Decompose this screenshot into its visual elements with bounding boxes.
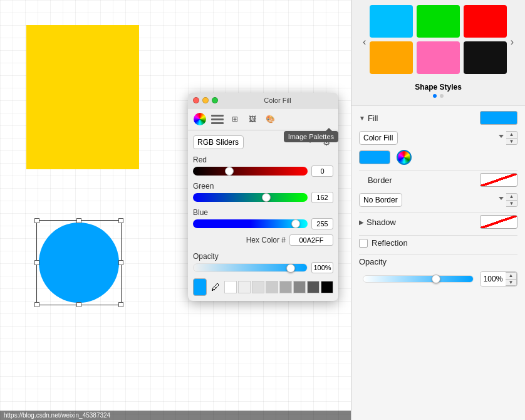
yellow-rectangle[interactable] <box>26 25 139 169</box>
dot-1[interactable] <box>433 94 437 98</box>
handle-ml[interactable] <box>34 260 39 265</box>
blue-input[interactable] <box>311 218 333 229</box>
stepper-up-border[interactable]: ▲ <box>506 194 517 201</box>
stepper-down-border[interactable]: ▼ <box>506 201 517 207</box>
eyedropper-button[interactable]: 🖊 <box>211 281 221 293</box>
opacity-row <box>193 262 333 273</box>
opacity-track[interactable] <box>193 263 308 272</box>
opacity-down[interactable]: ▼ <box>506 280 516 286</box>
shape-styles-title: Shape Styles <box>359 83 517 92</box>
image-icon[interactable]: 🖼 <box>246 112 259 126</box>
reflection-checkbox[interactable] <box>359 239 368 248</box>
color-picker-button[interactable] <box>397 150 412 165</box>
opacity-input[interactable] <box>311 262 333 273</box>
swatch-green[interactable] <box>417 5 460 38</box>
panel-titlebar: Color Fill <box>188 93 338 108</box>
hex-input[interactable] <box>289 234 333 246</box>
color-fill-preview[interactable] <box>359 150 390 164</box>
palette-swatch[interactable] <box>279 281 292 293</box>
shadow-label: Shadow <box>366 218 480 227</box>
border-type-dropdown-wrapper[interactable]: No Border <box>359 193 506 207</box>
close-button[interactable] <box>193 97 199 103</box>
color-fill-panel: Color Fill ⊞ 🖼 🎨 Image Palettes <box>188 93 338 301</box>
red-slider-thumb[interactable] <box>225 167 234 176</box>
pagination-dots <box>359 94 517 98</box>
opacity-up[interactable]: ▲ <box>506 273 516 280</box>
stepper-up[interactable]: ▲ <box>506 132 517 139</box>
handle-bl[interactable] <box>34 302 39 307</box>
fill-type-dropdown[interactable]: Color Fill <box>359 131 398 145</box>
minimize-button[interactable] <box>202 97 209 103</box>
red-slider-track[interactable] <box>193 167 308 176</box>
opacity-thumb[interactable] <box>286 264 295 273</box>
swatch-black[interactable] <box>464 41 507 74</box>
sliders-icon[interactable] <box>211 112 224 126</box>
shadow-color-button[interactable] <box>480 215 517 229</box>
fill-triangle[interactable]: ▼ <box>359 115 365 122</box>
border-color-button[interactable] <box>480 173 517 187</box>
dot-2[interactable] <box>440 94 444 98</box>
palette-swatch[interactable] <box>266 281 278 293</box>
green-input[interactable] <box>311 192 333 203</box>
swatch-red[interactable] <box>464 5 507 38</box>
grid-icon[interactable]: ⊞ <box>228 112 242 126</box>
swatch-nav-row: ‹ › <box>359 5 517 79</box>
color-preview-row: 🖊 <box>193 278 333 296</box>
handle-tm[interactable] <box>76 218 81 223</box>
opacity-slider-track[interactable] <box>363 275 474 283</box>
red-input[interactable] <box>311 165 333 177</box>
opacity-stepper[interactable]: ▲ ▼ <box>506 272 517 286</box>
swatch-orange[interactable] <box>370 41 413 74</box>
image-palettes-tooltip: Image Palettes <box>284 131 338 142</box>
palette-swatch[interactable] <box>252 281 264 293</box>
handle-tl[interactable] <box>34 218 39 223</box>
handle-bm[interactable] <box>76 302 81 307</box>
shadow-triangle[interactable]: ▶ <box>359 219 364 226</box>
handle-tr[interactable] <box>118 218 123 223</box>
handle-mr[interactable] <box>118 260 123 265</box>
panel-body: RGB Sliders ⚙ Red <box>188 130 338 301</box>
blue-label: Blue <box>193 208 333 217</box>
fill-color-button[interactable] <box>480 111 517 125</box>
blue-slider-track[interactable] <box>193 219 308 228</box>
maximize-button[interactable] <box>212 97 218 103</box>
color-fill-row <box>359 150 517 165</box>
palette-swatch[interactable] <box>321 281 333 293</box>
current-color-swatch[interactable] <box>193 278 207 296</box>
palette-swatch[interactable] <box>224 281 237 293</box>
panel-toolbar: ⊞ 🖼 🎨 Image Palettes <box>188 108 338 130</box>
opacity-value-box[interactable]: ▲ ▼ <box>480 271 517 286</box>
prev-arrow[interactable]: ‹ <box>359 35 370 49</box>
opacity-value-input[interactable] <box>481 272 506 286</box>
palette-swatch[interactable] <box>293 281 306 293</box>
color-wheel-icon[interactable] <box>193 112 207 126</box>
fill-type-dropdown-wrapper[interactable]: Color Fill <box>359 131 506 145</box>
border-type-row: No Border ▲ ▼ <box>359 193 517 207</box>
red-slider-row <box>193 165 333 177</box>
green-slider-group: Green <box>193 182 333 203</box>
fill-type-stepper[interactable]: ▲ ▼ <box>506 131 517 145</box>
border-type-stepper[interactable]: ▲ ▼ <box>506 193 517 207</box>
swatch-pink[interactable] <box>417 41 460 74</box>
canvas-area: Color Fill ⊞ 🖼 🎨 Image Palettes <box>0 0 351 420</box>
palette-icon[interactable]: 🎨 <box>263 112 277 126</box>
palette-swatch[interactable] <box>238 281 251 293</box>
circle-container[interactable] <box>39 223 119 303</box>
next-arrow[interactable]: › <box>507 35 517 49</box>
green-slider-thumb[interactable] <box>262 193 271 202</box>
red-label: Red <box>193 155 333 164</box>
border-row: ▼ Border <box>359 173 517 187</box>
opacity-section: Opacity <box>193 252 333 273</box>
border-type-dropdown[interactable]: No Border <box>359 193 402 207</box>
palette-swatch[interactable] <box>307 281 320 293</box>
mode-select[interactable]: RGB Sliders <box>193 135 244 149</box>
blue-slider-thumb[interactable] <box>291 219 300 228</box>
opacity-slider-thumb[interactable] <box>432 275 440 283</box>
hex-row: Hex Color # <box>193 234 333 246</box>
stepper-down[interactable]: ▼ <box>506 139 517 145</box>
swatch-blue[interactable] <box>370 5 413 38</box>
properties-section: ▼ Fill Color Fill ▲ ▼ ▼ Border <box>351 106 525 420</box>
green-slider-track[interactable] <box>193 193 308 202</box>
handle-br[interactable] <box>118 302 123 307</box>
fill-label: Fill <box>368 113 480 123</box>
